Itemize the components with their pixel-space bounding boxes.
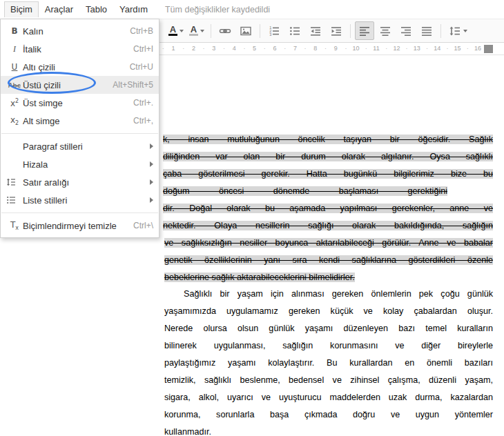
- menu-item-liste-stilleri[interactable]: Liste stilleri: [1, 191, 159, 209]
- underline-icon: U: [6, 62, 23, 72]
- align-justify-icon: [420, 25, 433, 37]
- numbered-list-button[interactable]: 123: [264, 21, 284, 40]
- menu-separator: [1, 212, 158, 213]
- line-spacing-button[interactable]: [445, 21, 470, 40]
- toolbar-separator: [211, 24, 211, 38]
- decrease-indent-icon: [309, 25, 322, 37]
- decrease-indent-button[interactable]: [306, 21, 325, 40]
- ruler-right-margin-block[interactable]: [484, 45, 493, 53]
- document-line[interactable]: k, insan mutluluğunun öncelik taşıyan bi…: [163, 131, 493, 148]
- format-menu: B Kalın Ctrl+B I İtalik Ctrl+I U Altı çi…: [0, 19, 159, 238]
- document-line[interactable]: doğum öncesi dönemde başlaması gerektiği…: [163, 183, 447, 200]
- bulleted-list-icon: [289, 25, 301, 37]
- align-center-button[interactable]: [376, 21, 395, 40]
- strikethrough-icon: Abc: [6, 80, 23, 90]
- highlight-color-button[interactable]: A: [187, 21, 206, 40]
- insert-link-button[interactable]: [215, 21, 235, 40]
- menu-item-ust-simge[interactable]: x2 Üst simge Ctrl+.: [1, 94, 159, 112]
- text-color-icon: A: [168, 26, 177, 36]
- menu-yardim[interactable]: Yardım: [113, 1, 154, 17]
- bold-icon: B: [6, 26, 23, 36]
- numbered-list-icon: 123: [268, 25, 280, 37]
- submenu-arrow-icon: [150, 143, 153, 149]
- document-line[interactable]: çaba gösterilmesi gerekir. Hatta bugünkü…: [163, 166, 493, 183]
- toolbar-separator: [440, 24, 441, 38]
- align-center-icon: [379, 25, 391, 37]
- text-color-button[interactable]: A: [166, 21, 186, 40]
- align-left-button[interactable]: [355, 21, 374, 40]
- menu-araclar[interactable]: Araçlar: [39, 1, 79, 17]
- chevron-down-icon: [463, 30, 467, 32]
- menu-separator: [1, 133, 158, 134]
- menu-item-italik[interactable]: I İtalik Ctrl+I: [1, 40, 159, 58]
- superscript-icon: x2: [6, 98, 23, 108]
- menu-item-bicimlendirmeyi-temizle[interactable]: Tx Biçimlendirmeyi temizle Ctrl+\: [1, 217, 159, 235]
- highlight-color-icon: A: [189, 26, 198, 36]
- menubar: Biçim Araçlar Tablo Yardım Tüm değişikli…: [0, 0, 504, 19]
- menu-item-alti-cizili[interactable]: U Altı çizili Ctrl+U: [1, 58, 159, 76]
- document-line[interactable]: genetik özelliklerinin yanı sıra kendi s…: [164, 252, 493, 269]
- line-spacing-icon: [449, 25, 461, 37]
- document-line[interactable]: temizlik, sağlıklı beslenme, bedensel ve…: [164, 372, 493, 389]
- document-line[interactable]: yaşamımızda uygulamamız gereken küçük ve…: [164, 303, 493, 320]
- link-icon: [219, 25, 231, 37]
- menu-item-alt-simge[interactable]: x2 Alt simge Ctrl+,: [1, 112, 159, 130]
- align-right-button[interactable]: [396, 21, 416, 40]
- submenu-arrow-icon: [150, 161, 153, 167]
- submenu-arrow-icon: [150, 197, 153, 203]
- document-line[interactable]: ve sağlıksızlığın nesiller boyunca aktar…: [164, 235, 493, 252]
- submenu-arrow-icon: [150, 179, 153, 185]
- document-line[interactable]: korunma, sorunlarla başa çıkmada doğru v…: [164, 406, 493, 424]
- document-line[interactable]: bilinerek uygulanması, sağlığın korunmas…: [164, 337, 493, 355]
- document-line[interactable]: sigara, alkol, uyarıcı ve uyuşturucu mad…: [164, 389, 493, 406]
- menu-item-paragraf-stilleri[interactable]: Paragraf stilleri: [1, 137, 159, 155]
- google-docs-window: Biçim Araçlar Tablo Yardım Tüm değişikli…: [0, 0, 504, 436]
- document-line[interactable]: Nerede olursa olsun günlük yaşamı düzenl…: [164, 320, 493, 337]
- toolbar-separator: [260, 24, 260, 38]
- chevron-down-icon: [200, 30, 204, 32]
- clear-formatting-icon: Tx: [6, 220, 23, 231]
- align-right-icon: [400, 25, 412, 37]
- document-line[interactable]: nektedir. Olaya nesillerin sağlığı olara…: [163, 217, 493, 235]
- document-line[interactable]: Sağlıklı bir yaşam için alınması gereken…: [164, 286, 493, 303]
- line-spacing-icon: [6, 177, 23, 187]
- align-left-icon: [358, 25, 371, 37]
- menu-item-kalin[interactable]: B Kalın Ctrl+B: [1, 22, 159, 40]
- menu-item-ustu-cizili[interactable]: Abc Üstü çizili Alt+Shift+5: [1, 76, 159, 94]
- chevron-down-icon: [180, 30, 184, 32]
- menu-bicim[interactable]: Biçim: [4, 1, 39, 17]
- subscript-icon: x2: [6, 115, 23, 126]
- menu-item-satir-araligi[interactable]: Satır aralığı: [1, 173, 159, 191]
- menu-item-hizala[interactable]: Hizala: [1, 155, 159, 173]
- image-icon: [240, 25, 252, 37]
- italic-icon: I: [6, 44, 23, 54]
- insert-image-button[interactable]: [236, 21, 255, 40]
- document-line[interactable]: paylaştığımız yaşamı kolaylaştırır. Bu k…: [164, 355, 493, 372]
- document-line[interactable]: kullanmadır.: [164, 424, 211, 436]
- document-line[interactable]: bebeklerine sağlık aktarabileceklerini b…: [164, 269, 355, 286]
- svg-text:3: 3: [269, 32, 271, 36]
- increase-indent-icon: [330, 25, 342, 37]
- menu-tablo[interactable]: Tablo: [79, 1, 113, 17]
- increase-indent-button[interactable]: [327, 21, 346, 40]
- align-justify-button[interactable]: [417, 21, 436, 40]
- bulleted-list-button[interactable]: [285, 21, 304, 40]
- save-status: Tüm değişiklikler kaydedildi: [165, 5, 270, 14]
- document-line[interactable]: dir. Doğal olarak bu aşamada yapılması g…: [163, 200, 493, 217]
- document-line[interactable]: diliğinden var olan bir durum olarak alg…: [163, 148, 493, 166]
- toolbar-separator: [350, 24, 351, 38]
- list-styles-icon: [6, 195, 23, 205]
